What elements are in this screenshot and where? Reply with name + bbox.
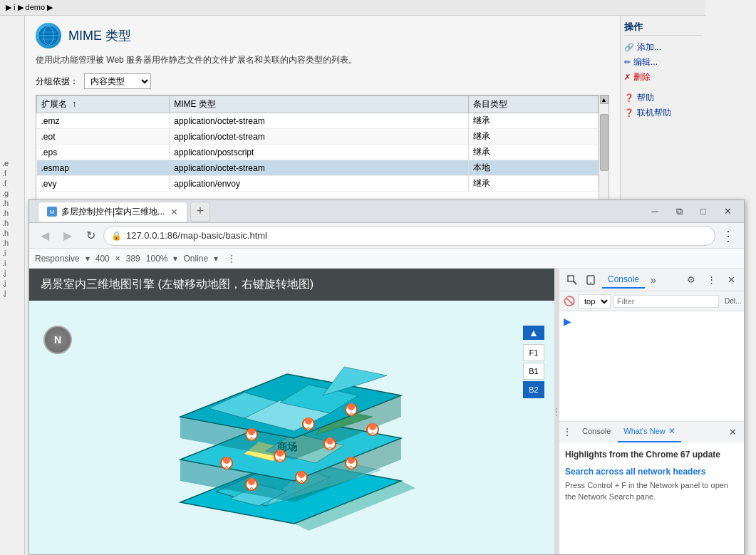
left-item[interactable]: .f	[0, 168, 24, 178]
cell-type: 继承	[468, 113, 598, 129]
left-item[interactable]: .j	[0, 288, 24, 298]
left-item[interactable]: .h	[0, 218, 24, 228]
devtools-console[interactable]: ▶	[559, 311, 744, 421]
bottom-tab-console[interactable]: Console	[576, 422, 616, 442]
cell-mime: application/postscript	[170, 145, 468, 160]
iis-breadcrumb: ▶ i ▶ demo ▶	[6, 3, 53, 12]
col-header-ext[interactable]: 扩展名 ↑	[37, 96, 170, 113]
chrome-tab[interactable]: M 多层控制控件|室内三维地... ✕	[38, 202, 187, 222]
console-clear-button[interactable]: 🚫	[564, 293, 575, 310]
col-header-type[interactable]: 条目类型	[468, 96, 598, 113]
floor-b2-button[interactable]: B2	[523, 381, 544, 398]
address-bar[interactable]: 🔒 127.0.0.1:86/map-basic/basic.html	[103, 226, 715, 246]
table-row-selected[interactable]: .esmap application/octet-stream 本地	[37, 160, 599, 176]
cell-type: 本地	[468, 160, 598, 176]
map-viewport[interactable]: 易景室内三维地图引擎 (左键移动地图，右键旋转地图) N	[29, 269, 559, 554]
floor-b1-button[interactable]: B1	[523, 363, 544, 380]
devtools-close-button[interactable]: ✕	[723, 271, 740, 289]
scrollbar-thumb[interactable]	[600, 114, 609, 171]
bottom-tabs-more-icon[interactable]: ⋮	[562, 426, 572, 437]
action-add-label: 添加...	[637, 41, 661, 53]
window-maximize-button[interactable]: □	[693, 203, 714, 220]
left-item[interactable]: .h	[0, 228, 24, 238]
action-help[interactable]: ❓ 帮助	[624, 90, 702, 105]
cell-type: 继承	[468, 129, 598, 145]
help-icon: ❓	[624, 93, 634, 103]
left-item[interactable]: .j	[0, 268, 24, 278]
devtools-toolbar: Console » ⚙ ⋮ ✕	[559, 269, 744, 291]
floor-buttons: ▲ F1 B1 B2	[523, 326, 544, 398]
action-edit[interactable]: ✏ 编辑...	[624, 55, 702, 70]
svg-point-59	[590, 282, 591, 284]
whats-new-tab-close[interactable]: ✕	[668, 426, 675, 436]
device-width: 400	[95, 254, 110, 264]
cell-ext: .eot	[37, 129, 170, 145]
map-container[interactable]: 易景室内三维地图引擎 (左键移动地图，右键旋转地图) N	[29, 269, 559, 554]
cell-mime: application/envoy	[170, 176, 468, 192]
left-item[interactable]: .h	[0, 198, 24, 208]
whats-new-feature-desc: Press Control + F in the Network panel t…	[565, 479, 738, 503]
whats-new-feature-title: Search across all network headers	[565, 465, 738, 478]
table-row[interactable]: .evy application/envoy 继承	[37, 176, 599, 192]
devtools-tab-console[interactable]: Console	[602, 271, 645, 289]
left-item[interactable]: .i	[0, 258, 24, 268]
devtools-panel-close-button[interactable]: ✕	[724, 423, 741, 440]
whats-new-update-title: Highlights from the Chrome 67 update	[565, 448, 738, 461]
action-add[interactable]: 🔗 添加...	[624, 40, 702, 55]
left-item[interactable]: .j	[0, 278, 24, 288]
left-item[interactable]: .h	[0, 208, 24, 218]
svg-point-54	[348, 457, 355, 464]
col-header-mime[interactable]: MIME 类型	[170, 96, 468, 113]
devtools-device-button[interactable]	[582, 271, 599, 289]
table-row[interactable]: .eot application/octet-stream 继承	[37, 129, 599, 145]
cell-type: 继承	[468, 176, 598, 192]
tab-title: 多层控制控件|室内三维地...	[61, 206, 165, 218]
svg-point-48	[248, 478, 255, 485]
devtools-filter-input[interactable]	[613, 295, 719, 308]
viewport-drag-handle[interactable]	[554, 269, 559, 554]
cell-ext: .emz	[37, 113, 170, 129]
window-minimize-button[interactable]: ─	[644, 203, 666, 220]
svg-rect-56	[568, 276, 574, 281]
left-item[interactable]: .h	[0, 238, 24, 248]
device-network: Online	[183, 254, 208, 264]
actions-title: 操作	[624, 19, 702, 36]
table-row[interactable]: .emz application/octet-stream 继承	[37, 113, 599, 129]
map-zoom-up-button[interactable]: ▲	[523, 326, 544, 340]
svg-point-33	[348, 403, 355, 410]
devtools-bottom-tabs: ⋮ Console What's New ✕ ✕	[559, 421, 744, 442]
back-button[interactable]: ◀	[35, 226, 55, 246]
devtools-more-tabs[interactable]: »	[648, 274, 659, 286]
devtools-inspect-button[interactable]	[564, 271, 581, 289]
left-item[interactable]: .i	[0, 248, 24, 258]
left-item[interactable]: .e	[0, 158, 24, 168]
compass-icon: N	[43, 326, 72, 354]
action-online-help[interactable]: ❓ 联机帮助	[624, 105, 702, 120]
reload-button[interactable]: ↻	[81, 226, 100, 246]
mime-table: 扩展名 ↑ MIME 类型 条目类型 .emz application/octe…	[36, 95, 599, 192]
action-delete[interactable]: ✗ 删除	[624, 70, 702, 85]
groupby-select[interactable]: 内容类型 扩展名	[84, 73, 151, 89]
table-row[interactable]: .eps application/postscript 继承	[37, 145, 599, 160]
cell-ext: .eps	[37, 145, 170, 160]
console-expand-arrow[interactable]: ▶	[564, 316, 571, 327]
floor-f1-button[interactable]: F1	[523, 344, 544, 361]
bottom-tab-whats-new[interactable]: What's New ✕	[618, 422, 680, 442]
forward-button[interactable]: ▶	[58, 226, 78, 246]
tab-close-button[interactable]: ✕	[170, 207, 178, 217]
window-restore-button[interactable]: ⧉	[668, 203, 690, 220]
device-zoom-arrow: ▾	[173, 254, 177, 264]
map-title: 易景室内三维地图引擎 (左键移动地图，右键旋转地图)	[41, 278, 314, 290]
devtools-context-select[interactable]: top	[578, 294, 611, 308]
new-tab-button[interactable]: +	[190, 202, 210, 222]
window-close-button[interactable]: ✕	[717, 203, 738, 220]
devtools-settings-button[interactable]: ⚙	[683, 271, 700, 289]
more-options-button[interactable]: ⋮	[718, 226, 738, 246]
action-help-label: 帮助	[637, 92, 654, 104]
left-item[interactable]: .g	[0, 188, 24, 198]
left-item[interactable]: .f	[0, 178, 24, 188]
devtools-icons	[564, 271, 599, 289]
devtools-overflow-button[interactable]: ⋮	[703, 271, 720, 289]
chrome-titlebar: M 多层控制控件|室内三维地... ✕ + ─ ⧉ □ ✕	[29, 200, 744, 223]
device-more-button[interactable]: ⋮	[227, 253, 237, 264]
